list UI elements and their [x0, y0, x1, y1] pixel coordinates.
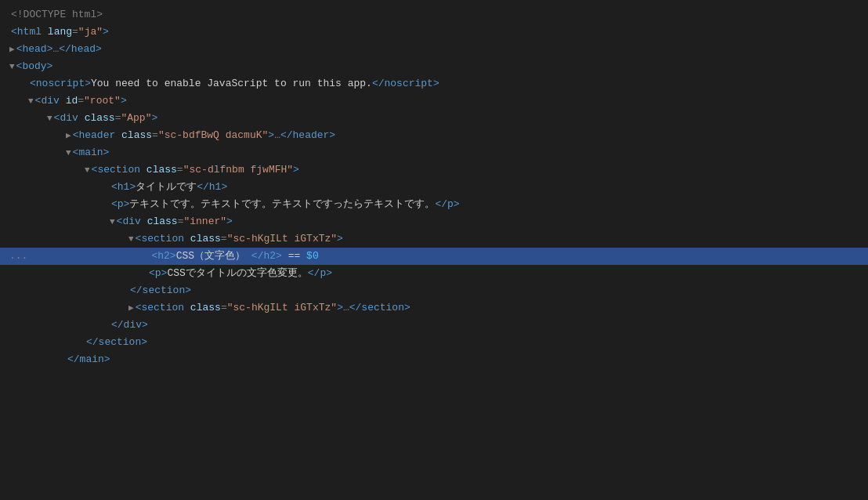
doctype-text: <!DOCTYPE html> [11, 7, 103, 23]
code-line-17: </section> [0, 282, 868, 299]
code-line-16: <p>CSSでタイトルの文字色変更。</p> [0, 265, 868, 282]
code-line-15[interactable]: ... <h2>CSS（文字色） </h2> == $0 [0, 248, 868, 265]
triangle-18[interactable] [128, 300, 134, 316]
triangle-3[interactable] [9, 42, 15, 57]
triangle-8[interactable] [66, 128, 71, 143]
triangle-4[interactable] [9, 59, 15, 74]
code-line-3: <head>…</head> [0, 41, 868, 58]
code-line-11: <h1>タイトルです</h1> [0, 179, 868, 196]
code-panel: <!DOCTYPE html> <html lang="ja"> <head>…… [0, 0, 868, 500]
code-line-20: </section> [0, 334, 868, 351]
code-line-2: <html lang="ja"> [0, 24, 868, 41]
code-line-5: <noscript>You need to enable JavaScript … [0, 75, 868, 92]
tag-html: <html [11, 24, 42, 40]
code-line-7: <div class="App"> [0, 110, 868, 127]
code-line-9: <main> [0, 144, 868, 161]
triangle-14[interactable] [128, 231, 134, 247]
code-line-18: <section class="sc-hKgILt iGTxTz">…</sec… [0, 299, 868, 317]
triangle-7[interactable] [47, 111, 52, 126]
code-line-6: <div id="root"> [0, 92, 868, 110]
triangle-9[interactable] [66, 145, 71, 161]
code-line-19: </div> [0, 317, 868, 334]
code-line-10: <section class="sc-dlfnbm fjwMFH"> [0, 161, 868, 179]
code-line-4: <body> [0, 58, 868, 75]
dots-prefix: ... [9, 248, 27, 264]
triangle-13[interactable] [110, 214, 115, 230]
triangle-6[interactable] [28, 93, 34, 109]
code-line-21: </main> [0, 351, 868, 368]
code-line-8: <header class="sc-bdfBwQ dacmuK">…</head… [0, 127, 868, 144]
code-line-14: <section class="sc-hKgILt iGTxTz"> [0, 230, 868, 248]
code-line-1: <!DOCTYPE html> [0, 6, 868, 24]
triangle-10[interactable] [85, 162, 90, 178]
code-line-12: <p>テキストです。テキストです。テキストですったらテキストです。</p> [0, 196, 868, 213]
code-line-13: <div class="inner"> [0, 213, 868, 230]
